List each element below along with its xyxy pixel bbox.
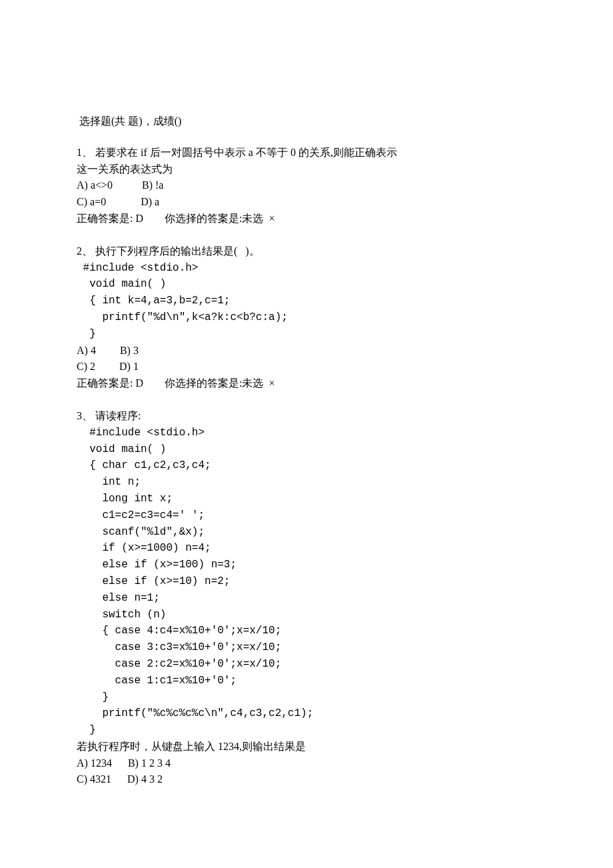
q3-code-line-1: void main( ) xyxy=(77,441,613,458)
q2-answer-label: 正确答案是: xyxy=(77,377,133,389)
q2-options-row2: C) 2 D) 1 xyxy=(77,359,613,375)
q1-option-d: D) a xyxy=(141,196,159,207)
q3-code-line-10: else n=1; xyxy=(77,590,613,607)
q3-code-line-2: { char c1,c2,c3,c4; xyxy=(77,457,613,474)
q3-code-line-11: switch (n) xyxy=(77,607,613,623)
q3-stem-line: 3、 请读程序: xyxy=(77,408,613,425)
q1-number: 1、 xyxy=(77,147,93,158)
q2-cross-icon: × xyxy=(269,377,275,389)
q3-option-b: B) 1 2 3 4 xyxy=(128,757,171,769)
q3-options-row1: A) 1234 B) 1 2 3 4 xyxy=(77,755,613,772)
q2-number: 2、 xyxy=(77,245,93,257)
q1-answer-line: 正确答案是: D 你选择的答案是:未选 × xyxy=(77,211,613,227)
q3-code-line-3: int n; xyxy=(77,474,613,491)
q3-code-line-16: } xyxy=(77,689,613,706)
q3-code-line-5: c1=c2=c3=c4=' '; xyxy=(77,507,613,524)
q1-option-c: C) a=0 xyxy=(77,196,106,207)
question-2: 2、 执行下列程序后的输出结果是( )。 #include <stdio.h> … xyxy=(77,243,613,392)
q3-code-line-17: printf("%c%c%c%c\n",c4,c3,c2,c1); xyxy=(77,705,613,722)
q2-option-c: C) 2 xyxy=(77,361,95,372)
q2-selected-label: 你选择的答案是: xyxy=(165,377,242,389)
q3-code-line-9: else if (x>=10) n=2; xyxy=(77,573,613,590)
q2-code-line-1: void main( ) xyxy=(77,276,613,293)
q2-code-line-2: { int k=4,a=3,b=2,c=1; xyxy=(77,293,613,309)
question-1: 1、 若要求在 if 后一对圆括号中表示 a 不等于 0 的关系,则能正确表示 … xyxy=(77,145,613,227)
q3-code-line-12: { case 4:c4=x%10+'0';x=x/10; xyxy=(77,623,613,639)
q3-option-d: D) 4 3 2 xyxy=(127,773,163,785)
q3-code-line-7: if (x>=1000) n=4; xyxy=(77,540,613,557)
q3-code-line-4: long int x; xyxy=(77,491,613,507)
q2-option-a: A) 4 xyxy=(77,345,96,356)
q2-answer-line: 正确答案是: D 你选择的答案是:未选 × xyxy=(77,375,613,392)
q2-code-line-0: #include <stdio.h> xyxy=(77,260,613,277)
q3-code-line-15: case 1:c1=x%10+'0'; xyxy=(77,673,613,689)
q1-selected-label: 你选择的答案是: xyxy=(165,213,242,224)
q1-options-row1: A) a<>0 B) !a xyxy=(77,177,613,194)
q1-option-a: A) a<>0 xyxy=(77,179,113,191)
q2-selected-value: 未选 xyxy=(242,377,263,389)
q1-stem-line2: 这一关系的表达式为 xyxy=(77,161,613,178)
q3-code-line-0: #include <stdio.h> xyxy=(77,425,613,441)
question-3: 3、 请读程序: #include <stdio.h> void main( )… xyxy=(77,408,613,788)
q3-code-line-18: } xyxy=(77,722,613,739)
q1-option-b: B) !a xyxy=(142,179,163,191)
q2-stem: 执行下列程序后的输出结果是( )。 xyxy=(93,245,260,257)
q2-stem-line: 2、 执行下列程序后的输出结果是( )。 xyxy=(77,243,613,260)
q3-stem: 请读程序: xyxy=(93,410,141,421)
q3-number: 3、 xyxy=(77,410,93,421)
q2-option-b: B) 3 xyxy=(120,345,139,356)
q2-options-row1: A) 4 B) 3 xyxy=(77,343,613,359)
q3-code-line-6: scanf("%ld",&x); xyxy=(77,524,613,541)
q1-options-row2: C) a=0 D) a xyxy=(77,194,613,211)
exam-header: 选择题(共 题)，成绩() xyxy=(77,113,613,130)
q2-code-line-3: printf("%d\n",k<a?k:c<b?c:a); xyxy=(77,309,613,326)
q2-answer-value: D xyxy=(135,377,143,389)
q3-code-line-8: else if (x>=100) n=3; xyxy=(77,557,613,573)
q3-code-line-14: case 2:c2=x%10+'0';x=x/10; xyxy=(77,656,613,673)
q2-code-line-4: } xyxy=(77,326,613,343)
q1-stem-part1: 若要求在 if 后一对圆括号中表示 a 不等于 0 的关系,则能正确表示 xyxy=(93,147,397,158)
q3-post-text: 若执行程序时，从键盘上输入 1234,则输出结果是 xyxy=(77,739,613,755)
q1-answer-label: 正确答案是: xyxy=(77,213,133,224)
q1-cross-icon: × xyxy=(269,213,275,224)
q3-options-row2: C) 4321 D) 4 3 2 xyxy=(77,771,613,788)
q2-option-d: D) 1 xyxy=(119,361,139,372)
q3-code-line-13: case 3:c3=x%10+'0';x=x/10; xyxy=(77,639,613,656)
q1-stem-line1: 1、 若要求在 if 后一对圆括号中表示 a 不等于 0 的关系,则能正确表示 xyxy=(77,145,613,161)
q3-option-c: C) 4321 xyxy=(77,773,111,785)
q1-selected-value: 未选 xyxy=(242,213,263,224)
q3-option-a: A) 1234 xyxy=(77,757,112,769)
q1-answer-value: D xyxy=(135,213,143,224)
